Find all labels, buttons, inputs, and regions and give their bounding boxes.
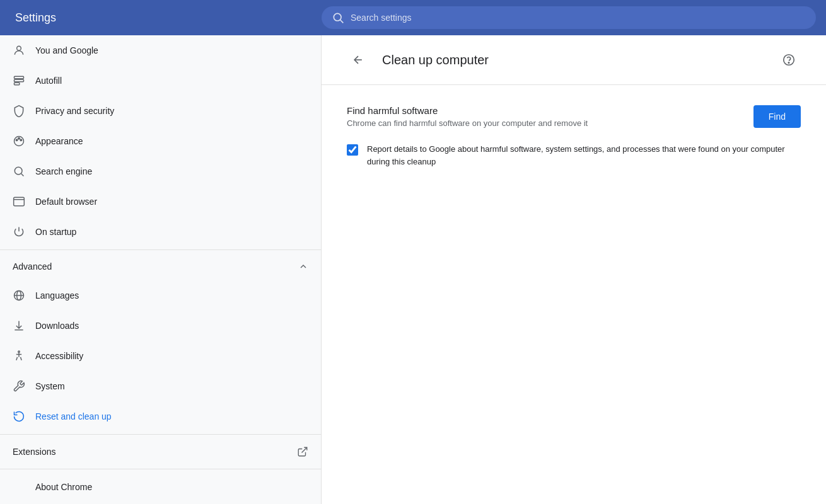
sidebar-item-label: About Chrome (35, 482, 92, 492)
sidebar-item-appearance[interactable]: Appearance (0, 126, 321, 156)
sidebar-item-autofill[interactable]: Autofill (0, 66, 321, 96)
browser-icon (13, 195, 25, 208)
find-harmful-row: Find harmful software Chrome can find ha… (347, 105, 801, 128)
search-bar[interactable] (322, 6, 816, 29)
sidebar-item-label: You and Google (35, 45, 98, 55)
find-button[interactable]: Find (753, 105, 801, 128)
content-header: Clean up computer (322, 35, 826, 85)
palette-icon (13, 135, 25, 147)
main-layout: You and Google Autofill Privacy and secu… (0, 35, 826, 504)
sidebar-item-label: System (35, 381, 65, 391)
chevron-up-icon (298, 261, 308, 272)
svg-line-11 (21, 174, 24, 176)
svg-rect-3 (15, 76, 24, 78)
svg-line-1 (340, 20, 344, 23)
sidebar-item-label: Reset and clean up (35, 411, 112, 421)
power-icon (13, 226, 25, 238)
app-title: Settings (0, 11, 322, 25)
sidebar-item-accessibility[interactable]: Accessibility (0, 341, 321, 371)
svg-point-23 (788, 62, 789, 63)
sidebar-item-label: Downloads (35, 321, 79, 331)
svg-point-7 (16, 139, 18, 141)
sidebar-item-label: Languages (35, 290, 79, 301)
help-button[interactable] (777, 48, 801, 72)
sidebar-item-on-startup[interactable]: On startup (0, 217, 321, 247)
sidebar-item-label: Privacy and security (35, 106, 114, 116)
search-input[interactable] (351, 13, 806, 23)
back-arrow-icon (352, 54, 364, 66)
sidebar-item-extensions[interactable]: Extensions (0, 437, 321, 466)
back-button[interactable] (347, 49, 369, 71)
report-checkbox[interactable] (347, 144, 358, 156)
globe-icon (13, 289, 25, 302)
help-icon (782, 53, 796, 67)
svg-rect-4 (15, 79, 24, 81)
content-body: Find harmful software Chrome can find ha… (322, 85, 826, 188)
checkbox-row: Report details to Google about harmful s… (347, 143, 801, 168)
sidebar-item-label: Search engine (35, 166, 92, 176)
sidebar-item-search-engine[interactable]: Search engine (0, 156, 321, 186)
sidebar-item-privacy-and-security[interactable]: Privacy and security (0, 96, 321, 126)
sidebar-item-label: Accessibility (35, 351, 83, 361)
person-icon (13, 44, 25, 57)
shield-icon (13, 105, 25, 117)
divider (0, 249, 321, 250)
sidebar-item-system[interactable]: System (0, 371, 321, 401)
sidebar-item-label: Appearance (35, 136, 83, 146)
svg-point-8 (18, 138, 20, 140)
find-harmful-heading: Find harmful software (347, 105, 588, 116)
sidebar-item-downloads[interactable]: Downloads (0, 311, 321, 341)
header: Settings (0, 0, 826, 35)
svg-rect-5 (15, 83, 20, 84)
external-link-icon (297, 446, 308, 457)
checkbox-label[interactable]: Report details to Google about harmful s… (367, 143, 801, 168)
sidebar-item-you-and-google[interactable]: You and Google (0, 35, 321, 66)
sidebar: You and Google Autofill Privacy and secu… (0, 35, 322, 504)
sidebar-item-label: Default browser (35, 197, 97, 207)
find-harmful-text: Find harmful software Chrome can find ha… (347, 105, 588, 128)
advanced-section-header[interactable]: Advanced (0, 253, 321, 280)
svg-point-18 (18, 351, 20, 353)
page-title: Clean up computer (382, 53, 489, 67)
svg-point-2 (17, 46, 21, 50)
divider-2 (0, 434, 321, 435)
search-circle-icon (13, 165, 25, 178)
svg-point-0 (334, 13, 341, 21)
sidebar-item-label: On startup (35, 227, 76, 237)
download-icon (13, 319, 25, 332)
sidebar-item-about-chrome[interactable]: About Chrome (0, 472, 321, 502)
content-header-left: Clean up computer (347, 49, 489, 71)
find-harmful-description: Chrome can find harmful software on your… (347, 118, 588, 128)
sidebar-item-default-browser[interactable]: Default browser (0, 186, 321, 217)
wrench-icon (13, 380, 25, 392)
content-area: Clean up computer Find harmful software … (322, 35, 826, 504)
svg-rect-12 (14, 197, 25, 205)
svg-line-20 (302, 447, 307, 452)
svg-point-10 (15, 167, 22, 175)
divider-3 (0, 469, 321, 469)
advanced-label: Advanced (13, 261, 52, 272)
extensions-label: Extensions (13, 447, 55, 457)
sidebar-item-reset-and-clean-up[interactable]: Reset and clean up (0, 401, 321, 432)
search-icon (332, 11, 344, 24)
autofill-icon (13, 74, 25, 87)
sidebar-item-label: Autofill (35, 76, 62, 86)
reset-icon (13, 410, 25, 423)
sidebar-item-languages[interactable]: Languages (0, 280, 321, 311)
svg-point-9 (20, 139, 22, 141)
about-icon (13, 481, 25, 493)
accessibility-icon (13, 350, 25, 362)
